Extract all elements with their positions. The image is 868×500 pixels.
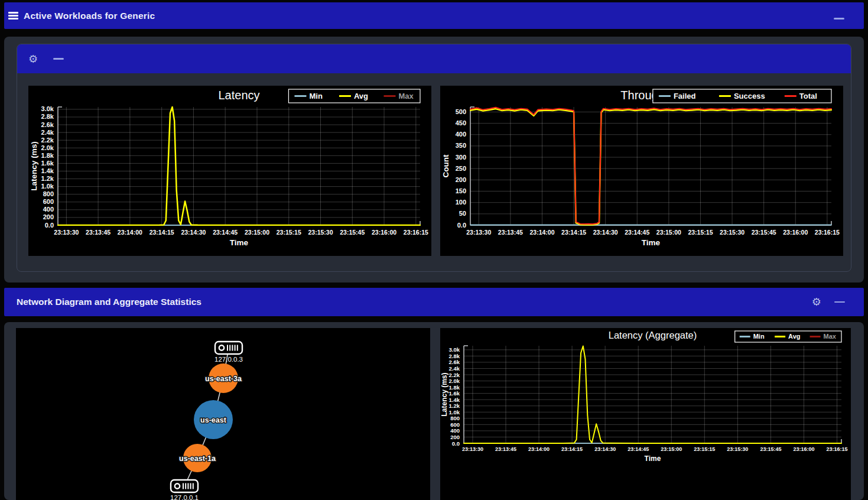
legend-label: Failed xyxy=(674,92,696,100)
node-host-bottom[interactable]: 127.0.0.1 xyxy=(170,480,199,500)
network-stats-card: 127.0.0.3us-east-3aus-eastus-east-1a127.… xyxy=(4,322,864,500)
workloads-panel-header: ⚙ xyxy=(17,44,851,73)
y-tick-label: 800 xyxy=(450,415,460,421)
x-tick-label: 23:14:30 xyxy=(594,446,616,452)
y-tick-label: 2.6k xyxy=(41,121,54,128)
y-tick-label: 250 xyxy=(456,165,466,172)
panel-minimize-icon[interactable] xyxy=(53,58,64,60)
x-tick-label: 23:15:45 xyxy=(340,229,365,236)
legend-label: Min xyxy=(309,92,322,100)
y-tick-label: 2.2k xyxy=(449,372,460,378)
x-tick-label: 23:14:45 xyxy=(628,446,649,452)
host-label: 127.0.0.1 xyxy=(170,494,199,500)
chart-title: Latency xyxy=(218,89,259,102)
x-axis-label: Time xyxy=(230,238,249,247)
latency-svg: 0.02004006008001.0k1.2k1.4k1.6k1.8k2.0k2… xyxy=(28,86,431,254)
node-label: us-east xyxy=(200,416,227,424)
x-tick-label: 23:14:15 xyxy=(561,446,583,452)
y-tick-label: 0.0 xyxy=(45,222,54,229)
x-tick-label: 23:13:30 xyxy=(54,229,79,236)
legend-label: Total xyxy=(799,92,817,100)
y-tick-label: 1.2k xyxy=(449,402,460,409)
y-tick-label: 100 xyxy=(456,199,466,206)
x-tick-label: 23:14:30 xyxy=(181,229,206,236)
chart-legend: MinAvgMax xyxy=(735,331,841,342)
x-tick-label: 23:16:15 xyxy=(815,229,840,236)
x-tick-label: 23:13:45 xyxy=(498,229,523,236)
network-section-title: Network Diagram and Aggregate Statistics xyxy=(17,297,201,307)
y-tick-label: 800 xyxy=(43,190,54,197)
y-tick-label: 1.8k xyxy=(449,384,460,391)
y-tick-label: 2.4k xyxy=(41,129,54,136)
charts-row: 0.02004006008001.0k1.2k1.4k1.6k1.8k2.0k2… xyxy=(28,86,843,256)
x-tick-label: 23:14:45 xyxy=(213,229,238,236)
chart-title: Latency (Aggregate) xyxy=(609,330,697,340)
throughput-chart[interactable]: 0.05010015020025030035040045050023:13:30… xyxy=(440,86,843,256)
y-axis-label: Latency (ms) xyxy=(30,141,38,190)
network-section-header: Network Diagram and Aggregate Statistics… xyxy=(4,288,864,316)
gear-icon[interactable]: ⚙ xyxy=(28,54,38,64)
y-tick-label: 600 xyxy=(450,421,460,428)
y-tick-label: 2.2k xyxy=(41,137,54,144)
latency-chart[interactable]: 0.02004006008001.0k1.2k1.4k1.6k1.8k2.0k2… xyxy=(28,86,431,256)
node-us-east[interactable]: us-east xyxy=(194,400,233,439)
x-tick-label: 23:16:00 xyxy=(372,229,396,236)
y-tick-label: 1.6k xyxy=(449,390,460,397)
workloads-card: ⚙ 0.02004006008001.0k1.2k1.4k1.6k1.8k2.0… xyxy=(4,37,864,283)
y-tick-label: 200 xyxy=(456,176,466,183)
y-tick-label: 400 xyxy=(43,206,54,213)
x-tick-label: 23:16:00 xyxy=(793,446,814,452)
x-tick-label: 23:14:00 xyxy=(529,229,554,236)
x-axis-label: Time xyxy=(645,454,661,463)
y-tick-label: 2.0k xyxy=(449,378,460,384)
node-us-east-1a[interactable]: us-east-1a xyxy=(179,444,216,472)
y-tick-label: 2.6k xyxy=(449,359,460,365)
x-tick-label: 23:14:45 xyxy=(625,229,649,236)
section-minimize-icon[interactable] xyxy=(834,301,845,303)
x-tick-label: 23:13:45 xyxy=(495,446,516,452)
latency-aggregate-chart[interactable]: 0.02004006008001.0k1.2k1.4k1.6k1.8k2.0k2… xyxy=(440,328,851,472)
workloads-panel: ⚙ 0.02004006008001.0k1.2k1.4k1.6k1.8k2.0… xyxy=(17,44,851,272)
x-tick-label: 23:15:15 xyxy=(688,229,713,236)
series-total xyxy=(470,108,831,224)
x-tick-label: 23:14:00 xyxy=(528,446,550,452)
latency-aggregate-svg: 0.02004006008001.0k1.2k1.4k1.6k1.8k2.0k2… xyxy=(440,328,851,470)
x-tick-label: 23:13:45 xyxy=(86,229,110,236)
x-tick-label: 23:14:30 xyxy=(593,229,618,236)
node-host-top[interactable]: 127.0.0.3 xyxy=(214,342,243,363)
legend-label: Max xyxy=(824,333,837,340)
x-axis-label: Time xyxy=(642,238,661,247)
app-title-bar: Active Workloads for Generic xyxy=(4,2,864,29)
x-tick-label: 23:15:15 xyxy=(694,446,715,452)
y-tick-label: 1.0k xyxy=(41,183,54,190)
network-diagram[interactable]: 127.0.0.3us-east-3aus-eastus-east-1a127.… xyxy=(16,328,430,500)
x-tick-label: 23:13:30 xyxy=(466,229,491,236)
x-tick-label: 23:14:15 xyxy=(149,229,174,236)
x-tick-label: 23:15:00 xyxy=(245,229,269,236)
legend-label: Success xyxy=(734,92,765,100)
y-tick-label: 1.4k xyxy=(41,167,54,174)
y-tick-label: 450 xyxy=(456,119,466,126)
legend-label: Max xyxy=(398,92,414,100)
legend-label: Avg xyxy=(788,333,800,340)
host-label: 127.0.0.3 xyxy=(214,356,243,363)
series-avg xyxy=(464,346,841,443)
latency-aggregate-panel: 0.02004006008001.0k1.2k1.4k1.6k1.8k2.0k2… xyxy=(440,328,851,500)
gear-icon[interactable]: ⚙ xyxy=(812,297,821,307)
y-tick-label: 2.0k xyxy=(41,144,54,151)
y-tick-label: 600 xyxy=(43,198,54,205)
y-tick-label: 2.8k xyxy=(41,113,54,120)
x-tick-label: 23:13:30 xyxy=(462,446,483,452)
x-tick-label: 23:15:45 xyxy=(752,229,776,236)
network-diagram-svg: 127.0.0.3us-east-3aus-eastus-east-1a127.… xyxy=(16,328,430,500)
node-us-east-3a[interactable]: us-east-3a xyxy=(205,363,242,393)
node-label: us-east-1a xyxy=(179,454,216,463)
y-tick-label: 1.2k xyxy=(41,175,54,182)
y-tick-label: 400 xyxy=(450,427,460,434)
window-minimize-icon[interactable] xyxy=(834,18,844,20)
menu-icon[interactable] xyxy=(8,10,18,21)
page-title: Active Workloads for Generic xyxy=(24,11,155,21)
chart-legend: FailedSuccessTotal xyxy=(653,89,831,103)
y-tick-label: 300 xyxy=(456,154,466,161)
x-tick-label: 23:15:45 xyxy=(760,446,781,452)
